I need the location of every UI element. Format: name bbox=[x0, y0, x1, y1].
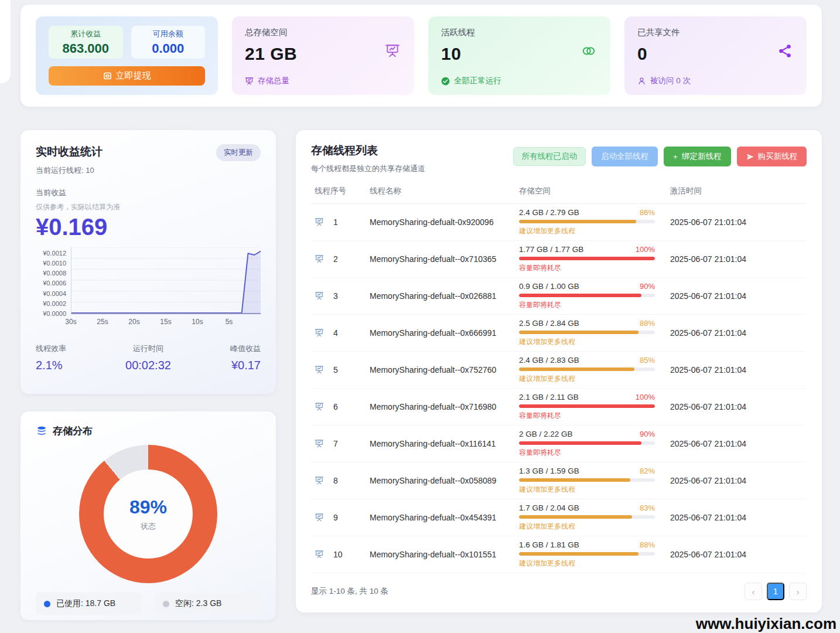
storage-progress-fill bbox=[519, 294, 641, 297]
thread-name: MemorySharing-defualt--0x716980 bbox=[370, 402, 496, 411]
column-header-storage: 存储空间 bbox=[519, 186, 670, 196]
shared-files-card: 已共享文件 0 被访问 0 次 bbox=[624, 16, 807, 95]
table-row: 6 MemorySharing-defualt--0x716980 2.1 GB… bbox=[311, 389, 807, 426]
start-all-threads-label: 启动全部线程 bbox=[601, 151, 648, 162]
activation-time: 2025-06-07 21:01:04 bbox=[670, 439, 746, 448]
storage-status: 建议增加更多线程 bbox=[519, 559, 655, 569]
legend-free-label: 空闲: 2.3 GB bbox=[175, 598, 221, 609]
check-circle-icon bbox=[441, 77, 450, 86]
board-icon bbox=[315, 328, 324, 338]
cumulative-earnings-label: 累计收益 bbox=[70, 29, 101, 39]
storage-usage: 1.6 GB / 1.81 GB bbox=[519, 540, 579, 549]
storage-usage: 1.7 GB / 2.04 GB bbox=[519, 503, 579, 512]
shared-files-value: 0 bbox=[637, 44, 794, 64]
thread-name: MemorySharing-defualt--0x101551 bbox=[370, 550, 496, 559]
storage-usage: 0.9 GB / 1.00 GB bbox=[519, 282, 579, 291]
pagination-page-1-button[interactable]: 1 bbox=[767, 583, 784, 600]
table-row: 4 MemorySharing-defualt--0x666991 2.5 GB… bbox=[311, 315, 807, 352]
chevron-right-icon: › bbox=[797, 587, 800, 597]
storage-progressbar bbox=[519, 294, 655, 297]
stats-toolbar: 累计收益 863.000 可用余额 0.000 立即提现 总存储空间 21 GB… bbox=[21, 5, 822, 107]
storage-percent: 83% bbox=[640, 503, 655, 512]
chevron-left-icon: ‹ bbox=[752, 587, 755, 597]
x-tick-label: 15s bbox=[160, 318, 171, 326]
storage-progressbar bbox=[519, 220, 655, 223]
thread-index: 5 bbox=[333, 365, 338, 375]
table-row: 5 MemorySharing-defualt--0x752760 2.4 GB… bbox=[311, 352, 807, 389]
storage-percent: 86% bbox=[640, 208, 655, 217]
live-update-badge: 实时更新 bbox=[216, 144, 261, 161]
legend-used-label: 已使用: 18.7 GB bbox=[56, 598, 115, 609]
shared-files-label: 已共享文件 bbox=[637, 27, 794, 38]
storage-percent: 100% bbox=[636, 393, 655, 401]
storage-usage: 2.4 GB / 2.79 GB bbox=[519, 208, 579, 217]
cumulative-earnings-box: 累计收益 863.000 bbox=[49, 26, 123, 59]
storage-usage: 1.3 GB / 1.59 GB bbox=[519, 467, 579, 475]
storage-progress-fill bbox=[519, 478, 630, 482]
board-icon bbox=[315, 550, 324, 559]
thread-name: MemorySharing-defualt-0x920096 bbox=[370, 217, 494, 227]
thread-index: 6 bbox=[333, 402, 338, 411]
legend-used: 已使用: 18.7 GB bbox=[36, 593, 142, 615]
storage-progressbar bbox=[519, 552, 655, 556]
x-tick-label: 30s bbox=[65, 318, 76, 326]
site-watermark: www.huiyixian.com bbox=[696, 615, 836, 633]
column-header-time: 激活时间 bbox=[670, 186, 807, 196]
withdraw-button[interactable]: 立即提现 bbox=[49, 66, 205, 86]
storage-distribution-title: 存储分布 bbox=[53, 424, 93, 438]
storage-percent: 82% bbox=[640, 467, 655, 475]
y-tick-label: ¥0.0008 bbox=[36, 270, 66, 277]
bind-new-thread-button[interactable]: + 绑定新线程 bbox=[664, 147, 730, 166]
activation-time: 2025-06-07 21:01:04 bbox=[670, 217, 746, 227]
pagination-next-button[interactable]: › bbox=[789, 583, 807, 600]
run-time-value: 00:02:32 bbox=[125, 359, 171, 372]
realtime-earnings-panel: 实时收益统计 实时更新 当前运行线程: 10 当前收益 仅供参考，实际以结算为准… bbox=[21, 130, 276, 394]
presentation-board-icon bbox=[385, 43, 400, 59]
thread-index: 9 bbox=[333, 513, 338, 522]
total-storage-value: 21 GB bbox=[245, 44, 401, 64]
board-icon bbox=[315, 217, 324, 227]
storage-status: 建议增加更多线程 bbox=[519, 485, 655, 495]
running-threads-subtitle: 当前运行线程: 10 bbox=[36, 165, 261, 176]
storage-percent: 88% bbox=[640, 540, 655, 549]
y-tick-label: ¥0.0002 bbox=[36, 301, 66, 307]
table-row: 1 MemorySharing-defualt-0x920096 2.4 GB … bbox=[311, 204, 807, 241]
thread-list-title: 存储线程列表 bbox=[311, 143, 425, 158]
storage-status: 容量即将耗尽 bbox=[519, 263, 655, 273]
column-header-name: 线程名称 bbox=[370, 186, 519, 196]
table-row: 3 MemorySharing-defualt--0x026881 0.9 GB… bbox=[311, 278, 807, 315]
storage-percent: 100% bbox=[636, 245, 655, 254]
thread-index: 1 bbox=[333, 217, 338, 227]
pagination-prev-button[interactable]: ‹ bbox=[745, 583, 762, 600]
x-tick-label: 10s bbox=[192, 318, 203, 326]
y-tick-label: ¥0.0006 bbox=[36, 280, 66, 287]
y-axis-labels: ¥0.0000¥0.0002¥0.0004¥0.0006¥0.0008¥0.00… bbox=[36, 247, 71, 314]
plus-icon: + bbox=[673, 152, 678, 161]
table-row: 7 MemorySharing-defualt--0x116141 2 GB /… bbox=[311, 426, 807, 462]
pagination: ‹ 1 › bbox=[745, 583, 807, 600]
peak-earnings-value: ¥0.17 bbox=[230, 359, 261, 372]
storage-progressbar bbox=[519, 331, 655, 334]
thread-name: MemorySharing-defualt--0x026881 bbox=[370, 291, 496, 301]
storage-donut-chart: 89% 状态 bbox=[79, 445, 217, 583]
table-footer-summary: 显示 1-10 条, 共 10 条 bbox=[311, 586, 388, 597]
storage-usage: 2.4 GB / 2.83 GB bbox=[519, 356, 579, 365]
page-corner-decoration bbox=[0, 0, 11, 83]
active-threads-value: 10 bbox=[441, 44, 597, 64]
activation-time: 2025-06-07 21:01:04 bbox=[670, 254, 746, 264]
thread-index: 4 bbox=[333, 328, 338, 338]
presentation-board-small-icon bbox=[245, 77, 254, 86]
storage-percent: 90% bbox=[640, 282, 655, 291]
cumulative-earnings-value: 863.000 bbox=[62, 41, 109, 56]
legend-free-dot-icon bbox=[163, 601, 169, 607]
table-row: 10 MemorySharing-defualt--0x101551 1.6 G… bbox=[311, 536, 807, 573]
activation-time: 2025-06-07 21:01:04 bbox=[670, 550, 746, 559]
start-all-threads-button[interactable]: 启动全部线程 bbox=[592, 147, 658, 166]
earnings-card: 累计收益 863.000 可用余额 0.000 立即提现 bbox=[36, 16, 218, 95]
activation-time: 2025-06-07 21:01:04 bbox=[670, 513, 746, 522]
thread-efficiency-stat: 线程效率 2.1% bbox=[36, 343, 66, 372]
buy-new-thread-button[interactable]: 购买新线程 bbox=[737, 147, 807, 166]
storage-distribution-panel: 存储分布 89% 状态 已使用: 18.7 GB 空闲: 2.3 GB bbox=[21, 411, 276, 620]
thread-index: 3 bbox=[333, 291, 338, 301]
storage-percent: 88% bbox=[640, 319, 655, 328]
